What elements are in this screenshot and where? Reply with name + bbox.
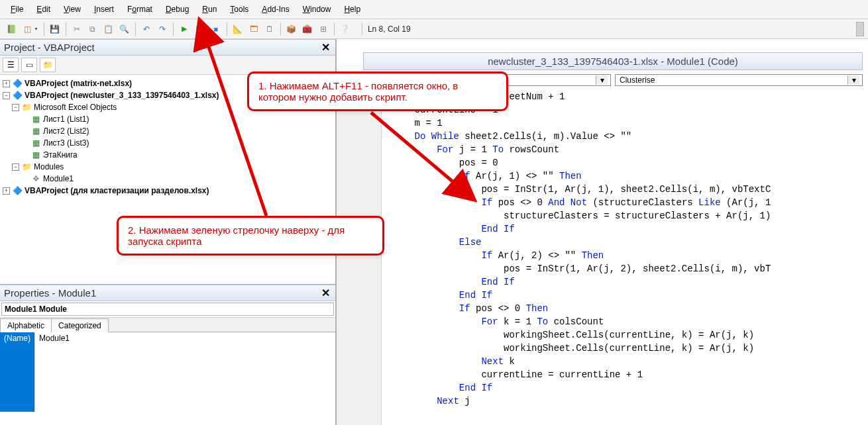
property-value[interactable]: Module1 — [34, 332, 335, 412]
toolbar: 📗 ◫▼ 💾 ✂ ⧉ 📋 🔍 ↶ ↷ ▶ ❚❚ ■ 📐 🗔 🗒 📦 🧰 ⊞ ❔ … — [0, 19, 868, 39]
excel-icon[interactable]: 📗 — [4, 22, 19, 36]
property-name[interactable]: (Name) — [0, 332, 34, 412]
chevron-down-icon: ▾ — [847, 75, 859, 85]
properties-icon[interactable]: 🗒 — [262, 22, 277, 36]
menu-view[interactable]: View — [58, 3, 86, 16]
project-explorer-icon[interactable]: 🗔 — [246, 22, 261, 36]
sheet-icon: ▦ — [30, 115, 41, 124]
procedure-dropdown-value: Clusterise — [620, 75, 655, 85]
menu-help[interactable]: Help — [339, 3, 366, 16]
object-name: Module1 Module — [5, 305, 67, 314]
code-window-title: newcluster_3_133_1397546403-1.xlsx - Mod… — [363, 52, 863, 70]
tree-item[interactable]: VBAProject (matrix-net.xlsx) — [25, 79, 132, 88]
toolbar-grip — [856, 22, 864, 36]
design-mode-icon[interactable]: 📐 — [231, 22, 245, 36]
cut-icon[interactable]: ✂ — [70, 22, 84, 36]
menu-window[interactable]: Window — [298, 3, 337, 16]
procedure-dropdown[interactable]: Clusterise ▾ — [615, 74, 863, 86]
menu-debug[interactable]: Debug — [160, 3, 194, 16]
view-code-icon[interactable]: ☰ — [3, 58, 19, 72]
vba-project-icon: 🔷 — [12, 79, 23, 88]
menu-addins[interactable]: Add-Ins — [256, 3, 294, 16]
menu-insert[interactable]: Insert — [89, 3, 119, 16]
pause-icon[interactable]: ❚❚ — [193, 22, 207, 36]
stop-icon[interactable]: ■ — [209, 22, 223, 36]
properties-panel-title: Properties - Module1 — [4, 287, 96, 299]
vba-project-icon: 🔷 — [12, 91, 23, 100]
tree-item[interactable]: Modules — [34, 162, 64, 171]
menu-tools[interactable]: Tools — [225, 3, 254, 16]
properties-grid[interactable]: (Name) Module1 — [0, 332, 335, 412]
properties-tabs: Alphabetic Categorized — [0, 318, 335, 332]
object-browser-icon[interactable]: 📦 — [284, 22, 299, 36]
find-icon[interactable]: 🔍 — [117, 22, 132, 36]
workbook-icon: ▦ — [30, 150, 41, 160]
expander-icon[interactable]: − — [12, 164, 19, 171]
expander-icon[interactable]: + — [3, 187, 10, 195]
save-icon[interactable]: 💾 — [48, 22, 62, 36]
properties-panel-header: Properties - Module1 ✕ — [0, 285, 335, 301]
view-object-icon[interactable]: ▭ — [21, 58, 37, 72]
tab-categorized[interactable]: Categorized — [51, 318, 109, 332]
chevron-down-icon: ▾ — [596, 75, 608, 85]
menu-bar: File Edit View Insert Format Debug Run T… — [0, 0, 868, 19]
tree-item[interactable]: VBAProject (для кластеризации разделов.x… — [25, 186, 209, 195]
tree-item[interactable]: Module1 — [43, 174, 74, 183]
toolbox-icon[interactable]: 🧰 — [300, 22, 315, 36]
properties-close-icon[interactable]: ✕ — [319, 287, 333, 299]
expander-icon[interactable]: − — [12, 104, 19, 111]
expander-icon[interactable]: + — [3, 80, 10, 87]
annotation-callout-2: 2. Нажимаем зеленую стрелочку наверху - … — [117, 216, 384, 256]
run-icon[interactable]: ▶ — [177, 22, 191, 36]
expander-icon[interactable]: − — [3, 92, 10, 99]
object-selector[interactable]: Module1 Module — [1, 303, 334, 316]
sheet-icon: ▦ — [30, 126, 41, 136]
annotation-callout-1: 1. Нажимаем ALT+F11 - появляется окно, в… — [247, 71, 508, 111]
project-panel-title: Project - VBAProject — [4, 42, 95, 53]
vba-project-icon: 🔷 — [12, 186, 23, 195]
tree-item[interactable]: Лист1 (List1) — [43, 115, 89, 124]
tree-item[interactable]: VBAProject (newcluster_3_133_1397546403_… — [25, 91, 219, 100]
copy-icon[interactable]: ⧉ — [85, 22, 100, 36]
code-editor[interactable]: etNum = workingSheetNum + 1 currentLine … — [337, 87, 868, 408]
insert-module-icon[interactable]: ◫ — [20, 22, 34, 36]
tree-item[interactable]: Лист3 (List3) — [43, 138, 89, 148]
folder-icon: 📁 — [21, 103, 32, 112]
project-panel-close-icon[interactable]: ✕ — [319, 41, 333, 54]
tree-item[interactable]: Лист2 (List2) — [43, 126, 89, 136]
project-panel-header: Project - VBAProject ✕ — [0, 39, 335, 56]
menu-edit[interactable]: Edit — [31, 3, 56, 16]
tree-item[interactable]: ЭтаКнига — [43, 150, 78, 160]
menu-file[interactable]: File — [5, 3, 28, 16]
menu-run[interactable]: Run — [197, 3, 222, 16]
menu-format[interactable]: Format — [122, 3, 158, 16]
paste-icon[interactable]: 📋 — [101, 22, 116, 36]
help-icon[interactable]: ❔ — [338, 22, 353, 36]
module-icon: ❖ — [30, 174, 41, 183]
folder-icon: 📁 — [21, 162, 32, 171]
tab-alphabetic[interactable]: Alphabetic — [0, 318, 52, 332]
undo-icon[interactable]: ↶ — [139, 22, 154, 36]
tab-order-icon[interactable]: ⊞ — [316, 22, 331, 36]
tree-item[interactable]: Microsoft Excel Objects — [34, 103, 117, 112]
folder-toggle-icon[interactable]: 📁 — [40, 58, 56, 72]
sheet-icon: ▦ — [30, 138, 41, 148]
cursor-position: Ln 8, Col 19 — [362, 23, 416, 35]
redo-icon[interactable]: ↷ — [155, 22, 170, 36]
